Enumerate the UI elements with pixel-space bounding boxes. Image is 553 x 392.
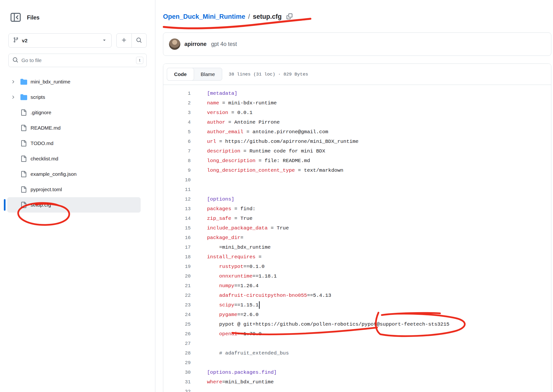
- collapse-sidebar-button[interactable]: [8, 11, 23, 25]
- code-line-32: 32: [163, 387, 551, 392]
- code-line-29: 29: [163, 358, 551, 368]
- line-content: [metadata]: [191, 89, 237, 98]
- file-icon: [21, 140, 28, 147]
- code-line-19: 19 rustypot==0.1.0: [163, 262, 551, 272]
- line-content: # adafruit_extended_bus: [191, 349, 289, 358]
- code-line-14: 14zip_safe = True: [163, 214, 551, 224]
- folder-icon: [21, 78, 28, 85]
- tree-item-example-config-json[interactable]: example_config.json: [7, 166, 141, 182]
- line-content: adafruit-circuitpython-bno055==5.4.13: [191, 291, 331, 300]
- code-line-30: 30[options.packages.find]: [163, 368, 551, 377]
- copy-path-button[interactable]: [287, 14, 292, 20]
- tree-item-checklist-md[interactable]: checklist.md: [7, 151, 141, 166]
- line-number[interactable]: 18: [163, 252, 191, 262]
- file-icon: [21, 125, 28, 131]
- line-number[interactable]: 5: [163, 127, 191, 137]
- go-to-file-search: t: [8, 54, 147, 67]
- line-number[interactable]: 22: [163, 291, 191, 300]
- line-number[interactable]: 17: [163, 243, 191, 252]
- tree-item--gitignore[interactable]: .gitignore: [7, 105, 141, 120]
- line-content: author = Antoine Pirrone: [191, 118, 280, 127]
- line-number[interactable]: 6: [163, 137, 191, 147]
- line-number[interactable]: 13: [163, 204, 191, 214]
- line-content: numpy==1.26.4: [191, 281, 258, 291]
- code-line-24: 24 pygame==2.6.0: [163, 310, 551, 320]
- tree-item-label: scripts: [31, 94, 45, 100]
- line-content: [191, 358, 207, 368]
- go-to-file-input[interactable]: [21, 57, 133, 63]
- code-line-2: 2name = mini-bdx-runtime: [163, 98, 551, 108]
- line-content: rustypot==0.1.0: [191, 262, 264, 272]
- search-tree-button[interactable]: [131, 34, 147, 47]
- tree-item-mini-bdx-runtime[interactable]: mini_bdx_runtime: [7, 74, 141, 90]
- line-number[interactable]: 2: [163, 98, 191, 108]
- line-number[interactable]: 1: [163, 89, 191, 98]
- line-content: package_dir=: [191, 233, 243, 243]
- tree-item-setup-cfg[interactable]: setup.cfg: [7, 197, 141, 213]
- line-number[interactable]: 24: [163, 310, 191, 320]
- file-icon: [21, 202, 28, 208]
- line-content: packages = find:: [191, 204, 256, 214]
- tab-code[interactable]: Code: [167, 68, 194, 81]
- line-content: description = Runtime code for mini BDX: [191, 147, 325, 156]
- line-number[interactable]: 10: [163, 175, 191, 185]
- branch-selector[interactable]: v2: [8, 33, 111, 48]
- line-number[interactable]: 21: [163, 281, 191, 291]
- tree-item-pyproject-toml[interactable]: pyproject.toml: [7, 182, 141, 197]
- line-number[interactable]: 12: [163, 195, 191, 204]
- line-number[interactable]: 29: [163, 358, 191, 368]
- file-tree-sidebar: Files v2: [0, 0, 155, 392]
- commit-message[interactable]: gpt 4o test: [211, 41, 237, 47]
- new-file-button[interactable]: [117, 34, 131, 47]
- line-number[interactable]: 28: [163, 349, 191, 358]
- files-panel-title: Files: [27, 14, 39, 21]
- tab-blame[interactable]: Blame: [194, 68, 222, 80]
- code-line-26: 26 openai==1.70.0: [163, 329, 551, 339]
- line-number[interactable]: 3: [163, 108, 191, 118]
- breadcrumb-repo-link[interactable]: Open_Duck_Mini_Runtime: [163, 13, 245, 21]
- line-number[interactable]: 31: [163, 377, 191, 387]
- line-number[interactable]: 19: [163, 262, 191, 272]
- tree-item-label: .gitignore: [31, 110, 51, 115]
- tree-item-scripts[interactable]: scripts: [7, 90, 141, 105]
- tree-item-todo-md[interactable]: TODO.md: [7, 136, 141, 151]
- copy-icon: [287, 14, 292, 20]
- file-tree: mini_bdx_runtimescripts.gitignoreREADME.…: [7, 74, 141, 213]
- code-line-3: 3version = 0.0.1: [163, 108, 551, 118]
- line-number[interactable]: 8: [163, 156, 191, 166]
- chevron-right-icon[interactable]: [11, 95, 16, 99]
- line-content: [options.packages.find]: [191, 368, 277, 377]
- chevron-right-icon[interactable]: [11, 79, 16, 84]
- line-number[interactable]: 11: [163, 185, 191, 195]
- line-number[interactable]: 16: [163, 233, 191, 243]
- line-number[interactable]: 27: [163, 339, 191, 349]
- line-number[interactable]: 9: [163, 166, 191, 175]
- breadcrumb-separator: /: [248, 13, 250, 21]
- line-content: long_description = file: README.md: [191, 156, 310, 166]
- line-number[interactable]: 4: [163, 118, 191, 127]
- line-number[interactable]: 14: [163, 214, 191, 224]
- code-line-7: 7description = Runtime code for mini BDX: [163, 147, 551, 156]
- line-content: onnxruntime==1.18.1: [191, 272, 277, 281]
- line-content: [191, 387, 207, 392]
- code-line-18: 18install_requires =: [163, 252, 551, 262]
- breadcrumb-file-name: setup.cfg: [253, 13, 282, 21]
- avatar[interactable]: [169, 38, 180, 50]
- line-number[interactable]: 30: [163, 368, 191, 377]
- line-number[interactable]: 23: [163, 300, 191, 310]
- line-content: include_package_data = True: [191, 224, 289, 233]
- line-number[interactable]: 7: [163, 147, 191, 156]
- line-number[interactable]: 32: [163, 387, 191, 392]
- commit-author-link[interactable]: apirrone: [184, 41, 207, 47]
- tree-item-readme-md[interactable]: README.md: [7, 120, 141, 136]
- line-content: long_description_content_type = text/mar…: [191, 166, 343, 175]
- code-blame-switch: CodeBlame: [167, 68, 222, 81]
- line-number[interactable]: 15: [163, 224, 191, 233]
- line-content: =mini_bdx_runtime: [191, 243, 271, 252]
- line-number[interactable]: 26: [163, 329, 191, 339]
- line-number[interactable]: 25: [163, 320, 191, 329]
- line-number[interactable]: 20: [163, 272, 191, 281]
- line-content: url = https://github.com/apirrone/mini_B…: [191, 137, 359, 147]
- line-content: version = 0.0.1: [191, 108, 252, 118]
- line-content: install_requires =: [191, 252, 262, 262]
